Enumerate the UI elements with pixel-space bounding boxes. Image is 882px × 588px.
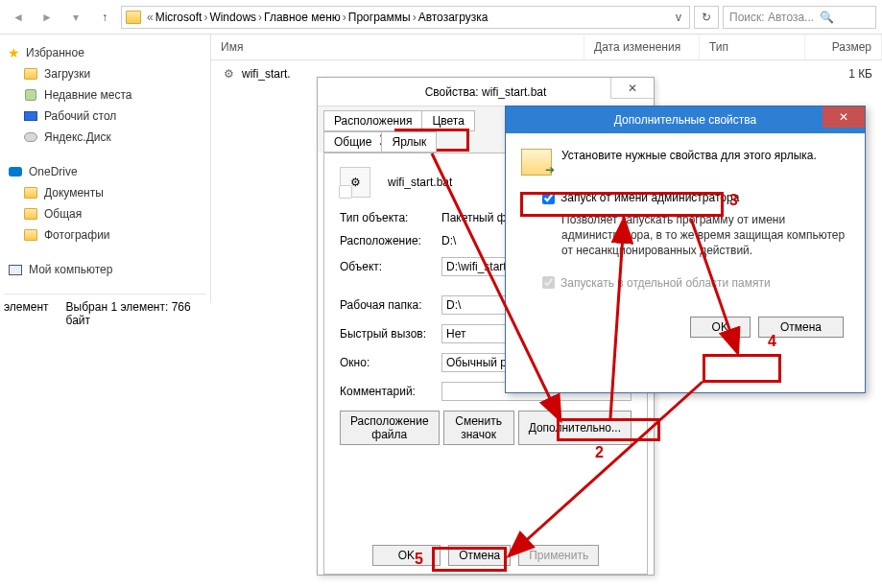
chevron-right-icon[interactable]: ›	[413, 11, 417, 24]
tab-colors[interactable]: Цвета	[421, 110, 474, 131]
properties-titlebar[interactable]: Свойства: wifi_start.bat ✕	[318, 78, 654, 106]
shortcut-advanced-icon	[521, 149, 552, 176]
col-size[interactable]: Размер	[805, 35, 882, 59]
recent-icon	[25, 89, 36, 101]
label-location: Расположение:	[340, 234, 434, 247]
crumb-microsoft[interactable]: Microsoft	[155, 11, 203, 24]
sidebar-item-yandexdisk[interactable]: Яндекс.Диск	[4, 127, 206, 148]
sidebar-item-documents[interactable]: Документы	[4, 182, 206, 203]
tab-general[interactable]: Общие	[323, 131, 382, 153]
sidebar-item-photos[interactable]: Фотографии	[4, 224, 206, 246]
search-input[interactable]: Поиск: Автоза... 🔍	[723, 6, 876, 29]
folder-icon	[24, 208, 37, 220]
search-placeholder: Поиск: Автоза...	[729, 11, 814, 24]
explorer-toolbar: ◄ ► ▾ ↑ « Microsoft› Windows› Главное ме…	[0, 0, 882, 35]
onedrive-icon	[9, 167, 22, 176]
advanced-description: Позволяет запускать программу от имени а…	[521, 212, 849, 259]
col-name[interactable]: Имя	[211, 35, 584, 59]
status-selected: Выбран 1 элемент: 766 байт	[66, 300, 206, 327]
batch-file-icon: ⚙	[221, 66, 236, 82]
sidebar-item-desktop[interactable]: Рабочий стол	[4, 106, 206, 127]
chevron-icon[interactable]: «	[147, 11, 154, 24]
props-cancel-button[interactable]: Отмена	[448, 545, 511, 566]
address-bar[interactable]: « Microsoft› Windows› Главное меню› Прог…	[121, 6, 690, 29]
shortcut-icon: ⚙	[340, 167, 370, 198]
advanced-cancel-button[interactable]: Отмена	[758, 317, 844, 338]
file-location-button[interactable]: Расположение файла	[340, 411, 440, 445]
crumb-startup[interactable]: Автозагрузка	[418, 11, 489, 24]
search-icon: 🔍	[820, 11, 834, 24]
crumb-windows[interactable]: Windows	[209, 11, 256, 24]
sidebar-item-shared[interactable]: Общая	[4, 203, 206, 224]
col-type[interactable]: Тип	[700, 35, 805, 59]
refresh-button[interactable]: ↻	[694, 6, 719, 29]
advanced-close-button[interactable]: ✕	[822, 106, 865, 128]
props-filename: wifi_start.bat	[388, 176, 452, 189]
nav-recent-icon[interactable]: ▾	[63, 5, 88, 30]
sidebar-computer[interactable]: Мой компьютер	[4, 259, 206, 280]
label-type: Тип объекта:	[340, 211, 434, 224]
file-size: 1 КБ	[796, 67, 872, 81]
folder-icon	[24, 68, 37, 80]
props-ok-button[interactable]: OK	[372, 545, 441, 566]
nav-back-icon[interactable]: ◄	[6, 5, 31, 30]
label-hotkey: Быстрый вызов:	[340, 327, 434, 341]
address-dropdown-icon[interactable]: v	[672, 11, 685, 24]
label-workdir: Рабочая папка:	[340, 298, 434, 312]
folder-icon	[24, 187, 37, 199]
label-comment: Комментарий:	[340, 385, 434, 398]
close-button[interactable]: ✕	[610, 78, 654, 99]
explorer-sidebar: ★Избранное Загрузки Недавние места Рабоч…	[0, 35, 211, 303]
separate-memory-label: Запускать в отдельной области памяти	[560, 276, 771, 290]
col-date[interactable]: Дата изменения	[584, 35, 700, 59]
advanced-titlebar[interactable]: Дополнительные свойства ✕	[506, 106, 865, 133]
breadcrumb: « Microsoft› Windows› Главное меню› Прог…	[147, 11, 672, 24]
advanced-button[interactable]: Дополнительно...	[518, 411, 632, 445]
yadisk-icon	[24, 132, 37, 142]
chevron-right-icon[interactable]: ›	[343, 11, 346, 24]
advanced-dialog: Дополнительные свойства ✕ Установите нуж…	[505, 106, 866, 393]
run-as-admin-label: Запуск от имени администратора	[560, 191, 739, 204]
change-icon-button[interactable]: Сменить значок	[443, 411, 514, 445]
folder-icon	[24, 229, 37, 241]
star-icon: ★	[8, 45, 20, 60]
props-apply-button[interactable]: Применить	[518, 545, 599, 566]
advanced-header-text: Установите нужные свойства для этого ярл…	[561, 149, 817, 162]
crumb-programs[interactable]: Программы	[348, 11, 411, 24]
folder-icon	[126, 11, 141, 24]
sidebar-item-downloads[interactable]: Загрузки	[4, 63, 206, 84]
separate-memory-checkbox	[542, 276, 555, 289]
file-name: wifi_start.	[242, 67, 291, 81]
chevron-right-icon[interactable]: ›	[258, 11, 262, 24]
nav-up-icon[interactable]: ↑	[92, 5, 117, 30]
label-window: Окно:	[340, 356, 434, 369]
properties-title: Свойства: wifi_start.bat	[425, 85, 547, 99]
sidebar-onedrive[interactable]: OneDrive	[4, 161, 206, 182]
tab-shortcut[interactable]: Ярлык	[381, 131, 437, 153]
advanced-ok-button[interactable]: OK	[690, 317, 751, 338]
chevron-right-icon[interactable]: ›	[203, 11, 207, 24]
run-as-admin-checkbox[interactable]	[542, 192, 555, 204]
status-elements: элемент	[4, 300, 49, 327]
sidebar-item-recent[interactable]: Недавние места	[4, 84, 206, 106]
tab-locations[interactable]: Расположения	[323, 110, 422, 131]
label-object: Объект:	[340, 260, 434, 273]
sidebar-favorites[interactable]: ★Избранное	[4, 42, 206, 63]
computer-icon	[9, 265, 22, 275]
desktop-icon	[24, 111, 37, 121]
nav-fwd-icon: ►	[35, 5, 60, 30]
crumb-mainmenu[interactable]: Главное меню	[264, 11, 341, 24]
advanced-title: Дополнительные свойства	[614, 113, 756, 127]
